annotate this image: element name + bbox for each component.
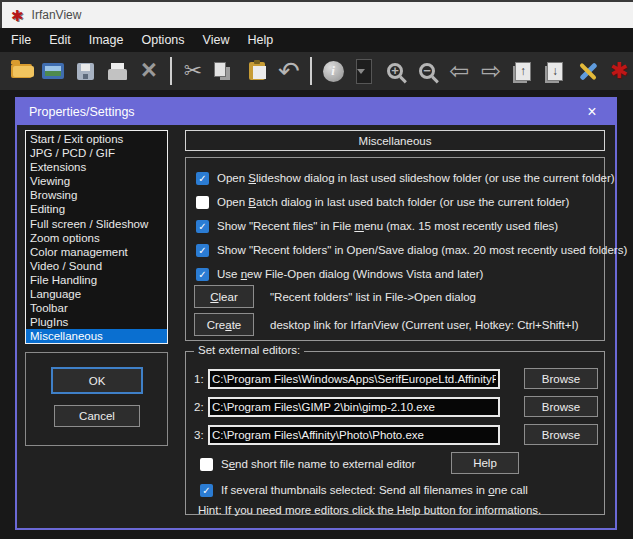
zoom-level-combobox[interactable] [356,59,372,84]
image-info-icon[interactable]: i [318,56,348,86]
toolbar-separator [310,57,312,85]
settings-category-list: Start / Exit options JPG / PCD / GIF Ext… [25,130,168,344]
checkbox-icon[interactable] [200,484,213,497]
checkbox-show-recent-files[interactable]: Show "Recent files" in File menu (max. 1… [196,218,558,234]
copy-icon[interactable] [210,56,240,86]
nav-item-file-handling[interactable]: File Handling [26,273,167,287]
client-area: Properties/Settings × Start / Exit optio… [0,90,633,539]
main-toolbar: × ✂ ↶ i + − ⇦ ⇨ ↑ ↓ ✱ [0,52,633,90]
menu-edit[interactable]: Edit [40,28,80,52]
editor-path-input-2[interactable] [208,397,500,417]
create-button[interactable]: Create [194,313,254,336]
ok-button[interactable]: OK [51,367,143,394]
checkbox-label: Show "Recent folders" in Open/Save dialo… [217,244,627,256]
undo-icon[interactable]: ↶ [274,56,304,86]
save-icon[interactable] [70,56,100,86]
next-image-icon[interactable]: ⇨ [476,56,506,86]
checkbox-icon[interactable] [196,172,209,185]
cut-icon[interactable]: ✂ [178,56,208,86]
nav-item-video-sound[interactable]: Video / Sound [26,259,167,273]
group-title: Set external editors: [194,344,304,356]
chevron-down-icon [357,69,365,74]
checkbox-icon[interactable] [196,244,209,257]
editor-number: 2: [194,401,204,413]
checkbox-icon[interactable] [196,268,209,281]
slideshow-icon[interactable] [38,56,68,86]
editor-path-input-1[interactable] [208,369,500,389]
clear-description: "Recent folders" list in File->Open dial… [270,291,476,303]
nav-item-zoom-options[interactable]: Zoom options [26,231,167,245]
checkbox-open-batch-folder[interactable]: Open Batch dialog in last used batch fol… [196,194,569,210]
zoom-out-icon[interactable]: − [412,56,442,86]
checkbox-label: Open Slideshow dialog in last used slide… [217,172,615,184]
toolbar-separator [170,57,172,85]
checkbox-label: Show "Recent files" in File menu (max. 1… [217,220,558,232]
dialog-title: Properties/Settings [29,105,581,119]
browse-button-3[interactable]: Browse [524,424,598,445]
clear-button[interactable]: Clear [194,285,254,308]
window-titlebar[interactable]: ✱ IrfanView [0,0,633,28]
irfanview-app-icon: ✱ [11,8,24,23]
last-image-icon[interactable]: ↓ [540,56,570,86]
clear-row: Clear "Recent folders" list in File->Ope… [194,285,476,308]
nav-item-color-management[interactable]: Color management [26,245,167,259]
delete-icon[interactable]: × [134,56,164,86]
external-editors-group: Set external editors: 1: Browse 2: Brows… [185,351,605,515]
menu-help[interactable]: Help [238,28,282,52]
checkbox-new-fileopen-dialog[interactable]: Use new File-Open dialog (Windows Vista … [196,266,483,282]
checkbox-label: Send short file name to external editor [221,458,415,470]
nav-item-browsing[interactable]: Browsing [26,188,167,202]
nav-item-start-exit[interactable]: Start / Exit options [26,132,167,146]
paste-icon[interactable] [242,56,272,86]
irfanview-logo-icon: ✱ [604,56,633,86]
checkbox-send-short-filename[interactable]: Send short file name to external editor [200,456,415,472]
nav-item-editing[interactable]: Editing [26,202,167,216]
checkbox-icon[interactable] [200,458,213,471]
editor-number: 3: [194,429,204,441]
cancel-button[interactable]: Cancel [54,405,140,427]
nav-item-plugins[interactable]: PlugIns [26,315,167,329]
create-row: Create desktop link for IrfanView (Curre… [194,313,579,336]
window-title: IrfanView [32,8,82,22]
dialog-titlebar[interactable]: Properties/Settings × [17,99,615,125]
checkbox-label: Use new File-Open dialog (Windows Vista … [217,268,483,280]
irfanview-window: ✱ IrfanView File Edit Image Options View… [0,0,633,539]
checkbox-icon[interactable] [196,196,209,209]
checkbox-label: Open Batch dialog in last used batch fol… [217,196,569,208]
browse-button-2[interactable]: Browse [524,396,598,417]
page-title: Miscellaneous [359,135,432,147]
nav-item-language[interactable]: Language [26,287,167,301]
dialog-buttons-frame: OK Cancel [25,352,168,446]
checkbox-show-recent-folders[interactable]: Show "Recent folders" in Open/Save dialo… [196,242,627,258]
misc-options-group: Open Slideshow dialog in last used slide… [185,157,605,341]
previous-image-icon[interactable]: ⇦ [444,56,474,86]
menu-bar: File Edit Image Options View Help [0,28,633,52]
create-description: desktop link for IrfanView (Current user… [270,319,579,331]
menu-view[interactable]: View [194,28,239,52]
close-icon[interactable]: × [581,104,603,120]
hint-text: Hint: If you need more editors click the… [198,504,541,516]
editor-path-input-3[interactable] [208,425,500,445]
nav-item-miscellaneous[interactable]: Miscellaneous [26,329,167,343]
checkbox-open-slideshow-folder[interactable]: Open Slideshow dialog in last used slide… [196,170,615,186]
nav-item-viewing[interactable]: Viewing [26,174,167,188]
menu-image[interactable]: Image [80,28,133,52]
zoom-in-icon[interactable]: + [380,56,410,86]
open-file-icon[interactable] [6,56,36,86]
properties-settings-icon[interactable] [572,56,602,86]
menu-options[interactable]: Options [132,28,193,52]
first-image-icon[interactable]: ↑ [508,56,538,86]
menu-file[interactable]: File [2,28,40,52]
nav-item-extensions[interactable]: Extensions [26,160,167,174]
checkbox-icon[interactable] [196,220,209,233]
checkbox-send-all-filenames[interactable]: If several thumbnails selected: Send all… [200,482,528,498]
nav-item-fullscreen-slideshow[interactable]: Full screen / Slideshow [26,217,167,231]
dialog-body: Start / Exit options JPG / PCD / GIF Ext… [17,125,615,528]
nav-item-jpg-pcd-gif[interactable]: JPG / PCD / GIF [26,146,167,160]
nav-item-toolbar[interactable]: Toolbar [26,301,167,315]
browse-button-1[interactable]: Browse [524,368,598,389]
editor-number: 1: [194,373,204,385]
print-icon[interactable] [102,56,132,86]
checkbox-label: If several thumbnails selected: Send all… [221,484,528,496]
help-button[interactable]: Help [451,452,519,474]
